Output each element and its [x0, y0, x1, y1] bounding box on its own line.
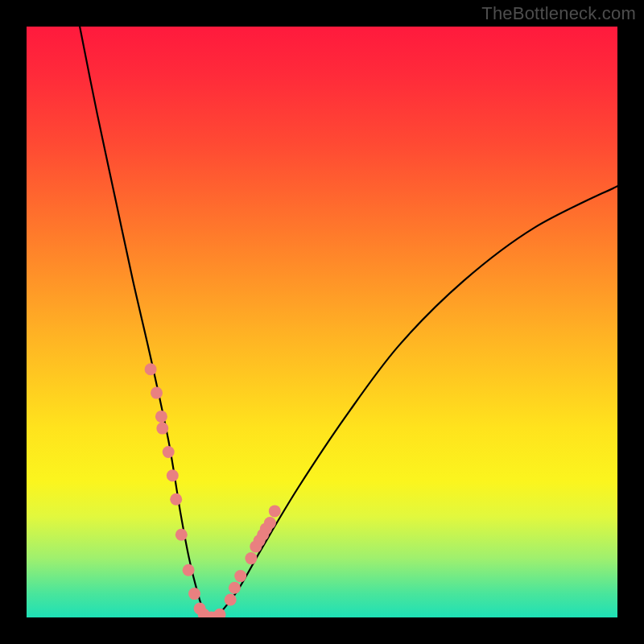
- data-marker: [170, 493, 182, 506]
- plot-area: [27, 27, 617, 617]
- data-marker: [225, 594, 237, 606]
- data-marker: [155, 411, 167, 423]
- bottleneck-curve: [80, 27, 617, 617]
- data-marker: [163, 446, 175, 458]
- data-marker: [167, 469, 179, 481]
- curve-layer: [27, 27, 617, 617]
- data-marker: [183, 564, 195, 576]
- data-marker: [175, 529, 188, 541]
- data-marker: [229, 582, 241, 594]
- data-marker: [151, 387, 163, 399]
- chart-frame: TheBottleneck.com: [0, 0, 644, 644]
- data-marker: [245, 552, 257, 564]
- attribution-text: TheBottleneck.com: [481, 3, 636, 24]
- data-marker: [188, 588, 200, 600]
- data-marker: [269, 505, 281, 517]
- marker-group: [145, 363, 281, 617]
- data-marker: [234, 570, 246, 582]
- data-marker: [264, 517, 276, 529]
- data-marker: [145, 363, 157, 375]
- data-marker: [156, 423, 168, 435]
